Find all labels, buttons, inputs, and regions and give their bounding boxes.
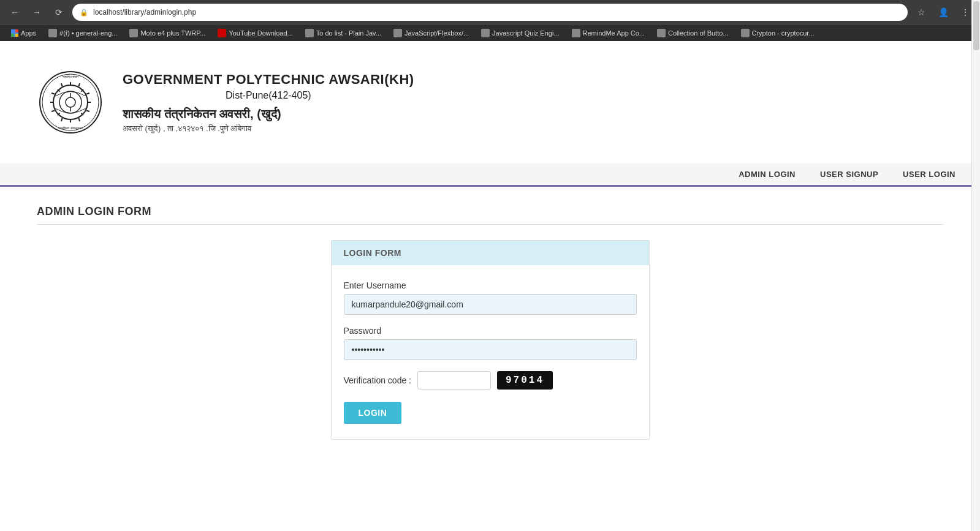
site-navigation: ADMIN LOGIN USER SIGNUP USER LOGIN: [0, 164, 980, 187]
bookmark-label-9: Crypton - cryptocur...: [752, 29, 815, 37]
svg-line-22: [51, 111, 55, 112]
username-group: Enter Username: [344, 281, 637, 315]
url-text: localhost/library/adminlogin.php: [93, 8, 196, 17]
svg-rect-3: [15, 34, 18, 37]
svg-rect-1: [15, 29, 18, 32]
password-input[interactable]: [344, 339, 637, 360]
svg-rect-0: [11, 29, 14, 32]
bookmark-icon-3: [218, 29, 226, 37]
back-button[interactable]: ←: [6, 4, 23, 21]
bookmark-2[interactable]: Moto e4 plus TWRP...: [124, 28, 210, 39]
login-card: LOGIN FORM Enter Username Password Verif…: [331, 240, 650, 440]
password-label: Password: [344, 326, 637, 336]
verification-label: Verification code :: [344, 375, 412, 385]
verification-row: Verification code : 97014: [344, 371, 637, 390]
bookmark-9[interactable]: Crypton - cryptocur...: [736, 28, 819, 39]
svg-line-20: [51, 93, 55, 94]
main-content: ADMIN LOGIN FORM LOGIN FORM Enter Userna…: [0, 187, 980, 458]
password-group: Password: [344, 326, 637, 360]
title-divider: [37, 224, 943, 225]
bookmark-7[interactable]: RemindMe App Co...: [567, 28, 650, 39]
captcha-display: 97014: [497, 371, 553, 390]
header-text: GOVERNMENT POLYTECHNIC AWSARI(KH) Dist-P…: [123, 72, 414, 134]
bookmark-5[interactable]: JavaScript/Flexbox/...: [389, 28, 474, 39]
login-form-title: LOGIN FORM: [344, 248, 401, 258]
site-header: महाराष्ट्र शासन तंत्रशिक्षण संचालनालय GO…: [0, 41, 980, 164]
bookmark-label-3: YouTube Download...: [229, 29, 292, 37]
college-logo: महाराष्ट्र शासन तंत्रशिक्षण संचालनालय: [37, 69, 104, 136]
bookmark-icon-2: [129, 29, 138, 37]
svg-line-21: [86, 93, 89, 94]
bookmark-6[interactable]: Javascript Quiz Engi...: [476, 28, 564, 39]
login-button[interactable]: LOGIN: [344, 402, 402, 424]
lock-icon: 🔒: [80, 9, 88, 17]
svg-rect-2: [11, 34, 14, 37]
toolbar-actions: ☆ 👤 ⋮: [913, 4, 974, 21]
college-location-english: Dist-Pune(412-405): [123, 90, 414, 101]
bookmarks-bar: Apps #(f) • general-eng... Moto e4 plus …: [0, 24, 980, 41]
college-name-hindi: शासकीय तंत्रनिकेतन अवसरी, (खुर्द): [123, 107, 414, 121]
browser-toolbar: ← → ⟳ 🔒 localhost/library/adminlogin.php…: [0, 0, 980, 24]
bookmark-icon-5: [393, 29, 402, 37]
page-content: महाराष्ट्र शासन तंत्रशिक्षण संचालनालय GO…: [0, 41, 980, 529]
browser-chrome: ← → ⟳ 🔒 localhost/library/adminlogin.php…: [0, 0, 980, 41]
bookmark-label-7: RemindMe App Co...: [583, 29, 645, 37]
apps-icon: [11, 29, 18, 37]
bookmark-8[interactable]: Collection of Butto...: [652, 28, 733, 39]
college-name-english: GOVERNMENT POLYTECHNIC AWSARI(KH): [123, 72, 414, 88]
login-card-header: LOGIN FORM: [332, 241, 649, 265]
bookmark-1[interactable]: #(f) • general-eng...: [44, 28, 122, 39]
svg-text:महाराष्ट्र शासन: महाराष्ट्र शासन: [62, 75, 78, 79]
bookmark-icon-6: [481, 29, 490, 37]
bookmark-3[interactable]: YouTube Download...: [213, 28, 297, 39]
bookmark-label-4: To do list - Plain Jav...: [316, 29, 381, 37]
bookmark-icon-9: [741, 29, 750, 37]
scrollbar-thumb[interactable]: [973, 1, 979, 50]
svg-line-23: [86, 111, 89, 112]
admin-login-nav[interactable]: ADMIN LOGIN: [739, 170, 796, 179]
svg-line-17: [79, 83, 80, 86]
page-title: ADMIN LOGIN FORM: [37, 205, 943, 218]
user-login-nav[interactable]: USER LOGIN: [903, 170, 955, 179]
svg-point-4: [40, 72, 101, 133]
bookmark-label-8: Collection of Butto...: [668, 29, 728, 37]
bookmark-label-2: Moto e4 plus TWRP...: [140, 29, 205, 37]
apps-label: Apps: [21, 29, 36, 37]
svg-line-19: [79, 118, 80, 121]
star-button[interactable]: ☆: [913, 4, 930, 21]
bookmark-label-6: Javascript Quiz Engi...: [492, 29, 559, 37]
bookmark-apps[interactable]: Apps: [6, 28, 41, 38]
login-card-body: Enter Username Password Verification cod…: [332, 265, 649, 439]
college-location-hindi: अवसरो (खुर्द) , ता ,४१२४०१ .जि .पुणे आंब…: [123, 124, 414, 134]
address-bar[interactable]: 🔒 localhost/library/adminlogin.php: [72, 4, 908, 21]
forward-button[interactable]: →: [28, 4, 45, 21]
logo-area: महाराष्ट्र शासन तंत्रशिक्षण संचालनालय: [37, 69, 104, 136]
bookmark-label-1: #(f) • general-eng...: [59, 29, 117, 37]
bookmark-icon-7: [572, 29, 580, 37]
username-input[interactable]: [344, 294, 637, 315]
bookmark-label-5: JavaScript/Flexbox/...: [405, 29, 469, 37]
svg-point-24: [66, 97, 75, 107]
reload-button[interactable]: ⟳: [50, 4, 67, 21]
bookmark-4[interactable]: To do list - Plain Jav...: [300, 28, 386, 39]
svg-text:तंत्रशिक्षण संचालनालय: तंत्रशिक्षण संचालनालय: [58, 126, 82, 130]
bookmark-icon-1: [48, 29, 57, 37]
svg-line-16: [61, 83, 63, 86]
svg-line-18: [61, 118, 63, 121]
scrollbar[interactable]: [971, 0, 980, 529]
bookmark-icon-8: [657, 29, 666, 37]
profile-button[interactable]: 👤: [935, 4, 952, 21]
bookmark-icon-4: [305, 29, 314, 37]
verification-input[interactable]: [417, 371, 491, 390]
username-label: Enter Username: [344, 281, 637, 290]
user-signup-nav[interactable]: USER SIGNUP: [820, 170, 878, 179]
